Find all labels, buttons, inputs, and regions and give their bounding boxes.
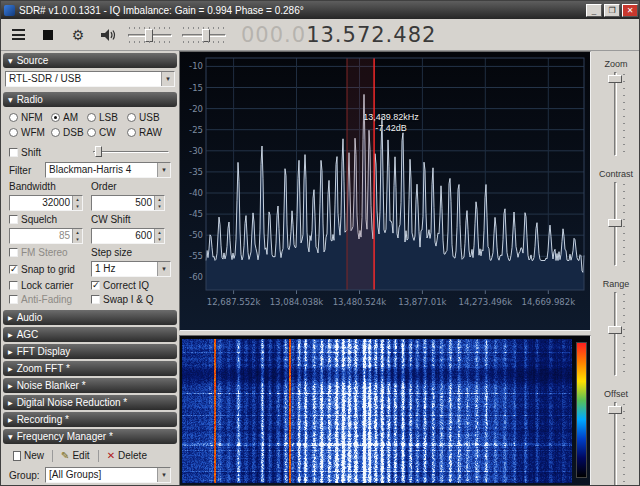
panel-audio-header[interactable]: ▶Audio xyxy=(3,310,177,325)
radio-icon[interactable] xyxy=(127,113,136,122)
panel-recording-header[interactable]: ▶Recording * xyxy=(3,412,177,427)
lock-carrier-checkbox[interactable]: Lock carrier xyxy=(9,280,91,291)
frequency-display[interactable]: 000.013.572.482 xyxy=(241,23,436,47)
spin-up-icon: ▴ xyxy=(73,229,82,236)
radio-icon[interactable] xyxy=(9,113,18,122)
waterfall-display[interactable] xyxy=(179,335,591,486)
panel-zoom-fft-header[interactable]: ▶Zoom FFT * xyxy=(3,361,177,376)
settings-button[interactable]: ⚙ xyxy=(67,24,89,46)
mode-nfm[interactable]: NFM xyxy=(9,112,51,123)
waterfall-palette-legend xyxy=(576,342,587,478)
collapse-arrow-icon: ▼ xyxy=(8,58,13,64)
zoom-slider[interactable] xyxy=(607,72,625,156)
close-button[interactable]: ✕ xyxy=(622,4,638,17)
checkbox-icon[interactable] xyxy=(9,248,18,257)
stop-button[interactable] xyxy=(37,24,59,46)
radio-icon[interactable] xyxy=(127,128,136,137)
group-select[interactable]: [All Groups] ▾ xyxy=(45,467,171,483)
swap-iq-checkbox[interactable]: Swap I & Q xyxy=(91,294,171,305)
svg-text:-15: -15 xyxy=(189,83,203,93)
snap-to-grid-checkbox[interactable]: Snap to grid xyxy=(9,264,91,275)
waterfall-canvas[interactable] xyxy=(182,339,572,483)
panel-fft-display-header[interactable]: ▶FFT Display xyxy=(3,344,177,359)
radio-icon[interactable] xyxy=(87,128,96,137)
spinner-buttons[interactable]: ▴▾ xyxy=(154,229,164,243)
control-sidebar: ▼ Source RTL-SDR / USB ▾ ▼ Radio NFM AM … xyxy=(3,51,177,485)
order-input[interactable]: 500 ▴▾ xyxy=(91,195,165,211)
squelch-input[interactable]: 85 ▴▾ xyxy=(9,228,83,244)
fm-delete-button[interactable]: ✕Delete xyxy=(103,449,151,462)
minimize-button[interactable]: _ xyxy=(586,4,602,17)
shift-slider[interactable] xyxy=(93,145,171,159)
dropdown-arrow-icon[interactable]: ▾ xyxy=(157,163,170,177)
fm-edit-button[interactable]: ✎Edit xyxy=(57,449,94,462)
checkbox-icon[interactable] xyxy=(9,265,18,274)
mode-wfm[interactable]: WFM xyxy=(9,127,51,138)
checkbox-icon[interactable] xyxy=(91,281,100,290)
spinner-buttons[interactable]: ▴▾ xyxy=(154,196,164,210)
shift-checkbox[interactable]: Shift xyxy=(9,147,91,158)
radio-icon[interactable] xyxy=(9,128,18,137)
zoom-slider-thumb[interactable] xyxy=(608,75,622,83)
collapse-arrow-icon: ▼ xyxy=(8,434,13,440)
volume-slider[interactable] xyxy=(127,25,173,45)
range-slider[interactable] xyxy=(607,292,625,376)
checkbox-icon[interactable] xyxy=(91,295,100,304)
offset-slider[interactable] xyxy=(607,402,625,486)
maximize-button[interactable]: ❐ xyxy=(604,4,620,17)
spectrum-plot[interactable]: -10-15-20-25-30-35-40-45-50-55-6012,687.… xyxy=(180,52,590,330)
dropdown-arrow-icon[interactable]: ▾ xyxy=(161,72,174,86)
audio-mute-button[interactable] xyxy=(97,24,119,46)
panel-noise-blanker-header[interactable]: ▶Noise Blanker * xyxy=(3,378,177,393)
anti-fading-checkbox[interactable]: Anti-Fading xyxy=(9,294,91,305)
spin-up-icon: ▴ xyxy=(155,196,164,203)
contrast-slider[interactable] xyxy=(607,182,625,266)
step-size-select[interactable]: 1 Hz ▾ xyxy=(91,261,171,277)
radio-icon[interactable] xyxy=(51,128,60,137)
offset-slider-thumb[interactable] xyxy=(608,406,622,414)
panel-frequency-manager-header[interactable]: ▼ Frequency Manager * xyxy=(3,429,177,444)
panel-radio-header[interactable]: ▼ Radio xyxy=(3,92,177,107)
correct-iq-checkbox[interactable]: Correct IQ xyxy=(91,280,171,291)
titlebar[interactable]: SDR# v1.0.0.1331 - IQ Imbalance: Gain = … xyxy=(1,1,640,19)
range-slider-thumb[interactable] xyxy=(608,326,622,334)
radio-icon[interactable] xyxy=(51,113,60,122)
mode-lsb[interactable]: LSB xyxy=(87,112,127,123)
contrast-slider-thumb[interactable] xyxy=(608,219,622,227)
svg-text:13,084.038k: 13,084.038k xyxy=(270,297,324,307)
mode-dsb[interactable]: DSB xyxy=(51,127,87,138)
mode-raw[interactable]: RAW xyxy=(127,127,169,138)
squelch-checkbox[interactable]: Squelch xyxy=(9,214,91,225)
svg-text:-10: -10 xyxy=(189,61,203,71)
aux-gain-slider[interactable] xyxy=(181,25,227,45)
spinner-buttons[interactable]: ▴▾ xyxy=(72,229,82,243)
checkbox-icon[interactable] xyxy=(9,215,18,224)
mode-usb[interactable]: USB xyxy=(127,112,169,123)
spinner-buttons[interactable]: ▴▾ xyxy=(72,196,82,210)
cw-shift-input[interactable]: 600 ▴▾ xyxy=(91,228,165,244)
svg-text:-30: -30 xyxy=(189,146,203,156)
sdrsharp-window: SDR# v1.0.0.1331 - IQ Imbalance: Gain = … xyxy=(0,0,640,486)
dropdown-arrow-icon[interactable]: ▾ xyxy=(157,262,170,276)
fm-new-button[interactable]: New xyxy=(9,449,48,462)
mode-cw[interactable]: CW xyxy=(87,127,127,138)
checkbox-icon[interactable] xyxy=(9,295,18,304)
spectrum-display[interactable]: -10-15-20-25-30-35-40-45-50-55-6012,687.… xyxy=(179,51,591,331)
radio-icon[interactable] xyxy=(87,113,96,122)
fm-stereo-checkbox[interactable]: FM Stereo xyxy=(9,247,91,258)
bandwidth-label: Bandwidth xyxy=(9,181,91,192)
menu-button[interactable] xyxy=(7,24,29,46)
checkbox-icon[interactable] xyxy=(9,148,18,157)
panel-dnr-header[interactable]: ▶Digital Noise Reduction * xyxy=(3,395,177,410)
dropdown-arrow-icon[interactable]: ▾ xyxy=(157,468,170,482)
collapse-arrow-icon: ▶ xyxy=(8,366,13,372)
mode-am[interactable]: AM xyxy=(51,112,87,123)
panel-source-header[interactable]: ▼ Source xyxy=(3,53,177,68)
shift-slider-thumb[interactable] xyxy=(95,146,102,157)
filter-select[interactable]: Blackman-Harris 4 ▾ xyxy=(45,162,171,178)
svg-text:13,480.524k: 13,480.524k xyxy=(333,297,387,307)
bandwidth-input[interactable]: 32000 ▴▾ xyxy=(9,195,83,211)
panel-agc-header[interactable]: ▶AGC xyxy=(3,327,177,342)
source-device-select[interactable]: RTL-SDR / USB ▾ xyxy=(5,71,175,87)
checkbox-icon[interactable] xyxy=(9,281,18,290)
